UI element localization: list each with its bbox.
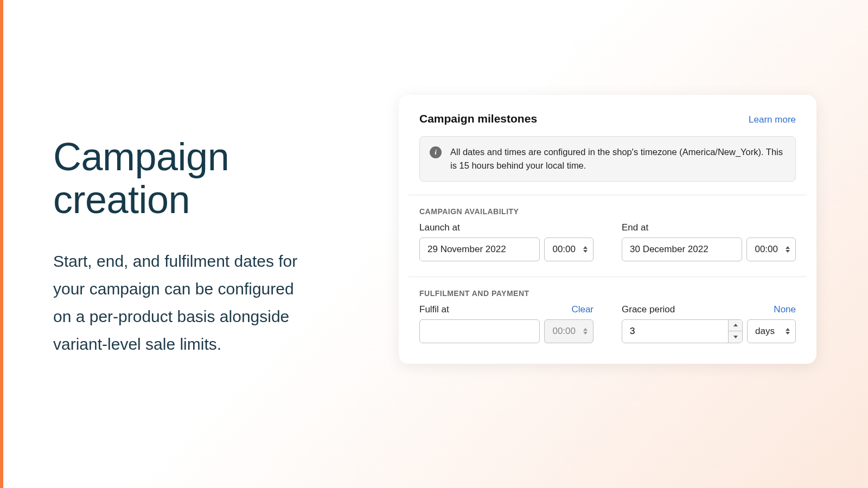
timezone-banner: i All dates and times are configured in … bbox=[419, 136, 796, 182]
divider bbox=[409, 277, 807, 277]
grace-unit-select[interactable]: days bbox=[747, 319, 796, 343]
end-label: End at bbox=[622, 222, 648, 233]
fulfil-label: Fulfil at bbox=[419, 304, 449, 315]
step-down-button[interactable] bbox=[729, 331, 742, 343]
number-steppers bbox=[728, 320, 742, 343]
select-caret-icon bbox=[583, 246, 588, 253]
chevron-down-icon bbox=[733, 336, 738, 338]
fulfilment-row: Fulfil at Clear 00:00 Grace period None bbox=[419, 304, 796, 343]
learn-more-link[interactable]: Learn more bbox=[749, 114, 796, 125]
none-button[interactable]: None bbox=[774, 304, 796, 315]
launch-field-group: Launch at 29 November 2022 00:00 bbox=[419, 222, 593, 261]
clear-button[interactable]: Clear bbox=[571, 304, 593, 315]
banner-text: All dates and times are configured in th… bbox=[450, 145, 786, 172]
accent-bar bbox=[0, 0, 3, 488]
step-up-button[interactable] bbox=[729, 320, 742, 332]
divider bbox=[409, 195, 807, 195]
availability-section-label: CAMPAIGN AVAILABILITY bbox=[419, 207, 796, 216]
milestones-card: Campaign milestones Learn more i All dat… bbox=[399, 95, 816, 364]
page-subtext: Start, end, and fulfilment dates for you… bbox=[53, 247, 308, 358]
fulfil-date-input[interactable] bbox=[419, 319, 540, 343]
card-header: Campaign milestones Learn more bbox=[419, 112, 796, 125]
grace-field-group: Grace period None 3 days bbox=[622, 304, 796, 343]
headline-line1: Campaign bbox=[53, 135, 229, 178]
card-title: Campaign milestones bbox=[419, 112, 537, 125]
end-date-input[interactable]: 30 December 2022 bbox=[622, 237, 742, 261]
launch-time-select[interactable]: 00:00 bbox=[544, 237, 593, 261]
launch-date-input[interactable]: 29 November 2022 bbox=[419, 237, 540, 261]
fulfilment-section-label: FULFILMENT AND PAYMENT bbox=[419, 289, 796, 298]
select-caret-icon bbox=[786, 328, 790, 335]
end-time-select[interactable]: 00:00 bbox=[746, 237, 796, 261]
end-field-group: End at 30 December 2022 00:00 bbox=[622, 222, 796, 261]
launch-label: Launch at bbox=[419, 222, 460, 233]
page-headline: Campaign creation bbox=[53, 136, 308, 221]
select-caret-icon bbox=[583, 328, 588, 335]
fulfil-time-select[interactable]: 00:00 bbox=[544, 319, 593, 343]
left-column: Campaign creation Start, end, and fulfil… bbox=[53, 136, 308, 358]
chevron-up-icon bbox=[733, 324, 738, 326]
info-icon: i bbox=[430, 146, 442, 158]
headline-line2: creation bbox=[53, 178, 190, 221]
select-caret-icon bbox=[786, 246, 790, 253]
grace-label: Grace period bbox=[622, 304, 675, 315]
grace-number-input[interactable]: 3 bbox=[622, 319, 743, 343]
fulfil-field-group: Fulfil at Clear 00:00 bbox=[419, 304, 593, 343]
availability-row: Launch at 29 November 2022 00:00 End at … bbox=[419, 222, 796, 261]
